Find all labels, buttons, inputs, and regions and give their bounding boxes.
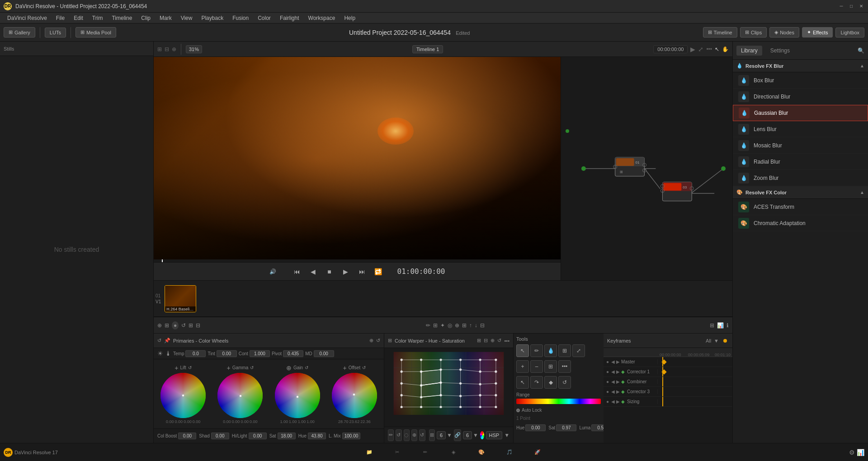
gamma-add-icon[interactable]: + [227, 364, 231, 372]
gain-add-icon[interactable]: ⊕ [286, 364, 292, 372]
menu-fairlight[interactable]: Fairlight [276, 14, 303, 22]
tool-diamond[interactable]: ◆ [544, 376, 557, 389]
gamma-wheel[interactable] [217, 373, 263, 418]
nodes-button[interactable]: ◈ Nodes [769, 27, 799, 38]
fx-aces-transform[interactable]: 🎨 ACES Transform [733, 199, 868, 215]
color-tool-15[interactable]: ⊟ [480, 322, 485, 329]
warper-tool-pencil[interactable]: ✏ [388, 429, 394, 441]
color-tool-13[interactable]: ↑ [469, 322, 472, 329]
menu-view[interactable]: View [177, 14, 196, 22]
sat-display[interactable]: 0.97 [556, 424, 576, 431]
tool-select2[interactable]: ↖ [516, 376, 529, 389]
viewer-hand[interactable]: ✋ [722, 46, 729, 52]
primaries-reset2[interactable]: ↺ [376, 338, 380, 343]
fx-chromatic-adaptation[interactable]: 🎨 Chromatic Adaptation [733, 215, 868, 231]
color-tool-3[interactable]: ● [172, 321, 179, 329]
mode-dropdown-icon[interactable]: ▼ [504, 432, 509, 438]
warper-tool-link[interactable]: ↺ [419, 429, 425, 441]
fx-box-blur[interactable]: 💧 Box Blur [733, 72, 868, 89]
skip-end-button[interactable]: ⏭ [356, 265, 368, 278]
offset-wheel[interactable] [332, 373, 377, 418]
menu-davinci[interactable]: DaVinci Resolve [4, 14, 51, 22]
color-tool-9[interactable]: ✦ [440, 322, 445, 329]
grid-drop-icon[interactable]: ▼ [447, 432, 452, 438]
color-tool-16[interactable]: ⊞ [710, 322, 714, 329]
tool-expand[interactable]: ⊞ [558, 344, 571, 357]
color-tool-6[interactable]: ⊟ [196, 322, 200, 329]
tint-value[interactable]: 0.00 [217, 350, 237, 357]
warper-more[interactable]: ••• [504, 338, 509, 343]
playhead-bar[interactable] [154, 259, 561, 262]
skip-start-button[interactable]: ⏮ [291, 265, 303, 278]
menu-file[interactable]: File [52, 14, 68, 22]
color-tool-11[interactable]: ⊕ [455, 322, 459, 329]
temp-value[interactable]: 0.0 [185, 350, 206, 357]
color-tool-12[interactable]: ⊞ [462, 322, 467, 329]
color-indicator[interactable] [480, 431, 484, 439]
settings-tab[interactable]: Settings [766, 46, 794, 56]
tool-minus[interactable]: – [530, 360, 543, 373]
menu-mark[interactable]: Mark [156, 14, 175, 22]
color-tool-18[interactable]: ℹ [726, 322, 729, 329]
timeline-nav-button[interactable]: ⊞ Timeline [703, 27, 737, 38]
module-edit[interactable]: ✏ [412, 446, 439, 459]
tool-select[interactable]: ↖ [516, 344, 529, 357]
play-button[interactable]: ▶ [340, 265, 352, 278]
menu-clip[interactable]: Clip [137, 14, 154, 22]
effects-button[interactable]: ✦ Effects [802, 27, 833, 38]
module-media[interactable]: 📁 [356, 446, 383, 459]
zoom-display[interactable]: 31% [186, 45, 202, 53]
offset-add-icon[interactable]: + [343, 364, 347, 372]
fx-zoom-blur[interactable]: 💧 Zoom Blur [733, 170, 868, 186]
color-tool-1[interactable]: ⊕ [157, 322, 162, 329]
gain-wheel[interactable] [275, 373, 320, 418]
fx-directional-blur[interactable]: 💧 Directional Blur [733, 89, 868, 105]
stop-button[interactable]: ■ [323, 265, 336, 278]
fx-radial-blur[interactable]: 💧 Radial Blur [733, 154, 868, 170]
color-tool-14[interactable]: ↓ [475, 322, 477, 329]
fx-blur-header[interactable]: 💧 Resolve FX Blur ▲ [733, 60, 868, 72]
close-button[interactable]: ✕ [858, 3, 864, 9]
menu-playback[interactable]: Playback [198, 14, 227, 22]
lift-wheel[interactable] [160, 373, 206, 418]
warper-lock-button[interactable]: 🔗 [454, 429, 461, 441]
combiner-timeline[interactable] [658, 377, 732, 386]
color-tool-10[interactable]: ◎ [448, 322, 452, 329]
hue-value[interactable]: 43.80 [308, 433, 326, 439]
prev-frame-button[interactable]: ◀ [307, 265, 320, 278]
menu-trim[interactable]: Trim [89, 14, 107, 22]
menu-fusion[interactable]: Fusion [229, 14, 252, 22]
sat-value[interactable]: 18.00 [278, 433, 296, 439]
grid-drop-icon-2[interactable]: ▼ [473, 432, 478, 438]
hue-display[interactable]: 0.00 [525, 424, 546, 431]
color-tool-8[interactable]: ⊞ [433, 322, 438, 329]
tool-add[interactable]: + [516, 360, 529, 373]
tool-dots[interactable]: ••• [558, 360, 571, 373]
viewer-icon-fullscreen[interactable]: ⤢ [698, 46, 703, 53]
maximize-button[interactable]: □ [848, 3, 854, 9]
fx-lens-blur[interactable]: 💧 Lens Blur [733, 121, 868, 137]
fx-gaussian-blur[interactable]: 💧 Gaussian Blur [733, 105, 868, 121]
lmix-value[interactable]: 100.00 [342, 433, 360, 439]
tool-reset3[interactable]: ↺ [558, 376, 571, 389]
color-tool-2[interactable]: ⊞ [165, 322, 169, 329]
col-boost-value[interactable]: 0.00 [178, 433, 196, 439]
library-tab[interactable]: Library [736, 46, 762, 56]
md-value[interactable]: 0.00 [314, 350, 334, 357]
tool-rotate[interactable]: ↷ [530, 376, 543, 389]
viewer-cursor[interactable]: ↖ [715, 46, 719, 52]
corrector3-timeline[interactable] [658, 387, 732, 396]
cont-value[interactable]: 1.000 [250, 350, 270, 357]
lift-reset-icon[interactable]: ↺ [188, 365, 192, 370]
primaries-copy[interactable]: ⊕ [369, 338, 373, 343]
module-deliver[interactable]: 🚀 [524, 446, 551, 459]
fx-search-icon[interactable]: 🔍 [858, 47, 864, 54]
viewer-more[interactable]: ••• [706, 46, 712, 52]
warper-grid-button[interactable]: ⊞ [429, 429, 435, 441]
warper-tool-eraser[interactable]: ◌ [404, 429, 410, 441]
warper-expand[interactable]: ⊞ [477, 338, 481, 343]
timeline-label[interactable]: Timeline 1 [412, 45, 443, 53]
corrector1-timeline[interactable] [658, 367, 732, 376]
grid-size-select-2[interactable]: 6 [463, 431, 472, 439]
grid-size-select[interactable]: 6 [437, 431, 446, 439]
